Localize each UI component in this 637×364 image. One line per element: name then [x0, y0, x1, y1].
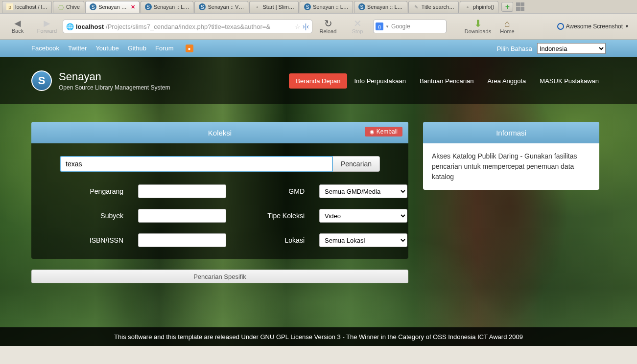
nav-beranda[interactable]: Beranda Depan	[289, 73, 347, 89]
label-subyek: Subyek	[60, 212, 123, 220]
globe-icon: 🌐	[66, 23, 74, 30]
label-tipe: Tipe Koleksi	[241, 212, 305, 220]
link-youtube[interactable]: Youtube	[95, 45, 118, 52]
back-arrow-icon: ◄	[12, 19, 23, 28]
url-host: localhost	[76, 23, 104, 30]
tab-groups-button[interactable]	[516, 2, 525, 11]
browser-tab[interactable]: ✎Title search…	[408, 1, 459, 13]
select-tipe[interactable]: Video	[319, 209, 407, 223]
favicon-icon: ✎	[413, 3, 420, 10]
close-icon[interactable]: ✕	[131, 4, 135, 10]
browser-toolbar: ◄Back ►Forward 🌐 localhost /Projects/sli…	[0, 14, 637, 39]
informasi-title: Informasi	[496, 129, 526, 137]
nav-anggota[interactable]: Area Anggota	[481, 73, 533, 89]
search-input[interactable]	[60, 156, 333, 172]
new-tab-button[interactable]: +	[501, 2, 513, 12]
stop-button: ✕Stop	[344, 19, 371, 34]
forward-button[interactable]: ►Forward	[33, 19, 61, 34]
nav-bantuan[interactable]: Bantuan Pencarian	[413, 73, 481, 89]
nav-masuk[interactable]: MASUK Pustakawan	[533, 73, 606, 89]
favicon-icon: S	[304, 3, 311, 10]
informasi-body: Akses Katalog Publik Daring - Gunakan fa…	[423, 143, 599, 190]
favicon-icon: S	[358, 3, 365, 10]
lens-icon	[557, 23, 564, 30]
language-select[interactable]: Indonesia	[537, 43, 606, 54]
rss-icon[interactable]: ●	[186, 45, 193, 52]
footer: This software and this template are rele…	[0, 327, 637, 346]
browser-tab[interactable]: SSenayan :: L…	[300, 1, 353, 13]
pencarian-spesifik-button[interactable]: Pencarian Spesifik	[31, 270, 408, 283]
link-github[interactable]: Github	[128, 45, 146, 52]
tab-bar: plocalhost / l… ◯Chive SSenayan …✕ SSena…	[0, 0, 637, 14]
address-bar[interactable]: 🌐 localhost /Projects/slims7_cendana/ind…	[63, 20, 312, 33]
favicon-icon: ▫	[254, 3, 260, 10]
favicon-icon: p	[6, 3, 13, 10]
browser-tab[interactable]: ▫Start | Slim…	[249, 1, 299, 13]
brand-title: Senayan	[59, 70, 170, 83]
favicon-icon: S	[90, 3, 96, 10]
reload-button[interactable]: ↻Reload	[314, 19, 342, 34]
home-button[interactable]: ⌂Home	[494, 19, 521, 34]
favicon-icon: S	[145, 3, 152, 10]
favicon-icon: ◯	[57, 3, 64, 10]
reload-icon: ↻	[324, 19, 332, 28]
select-lokasi[interactable]: Semua Lokasi	[319, 233, 407, 247]
informasi-panel: Informasi Akses Katalog Publik Daring - …	[423, 122, 599, 283]
google-icon: g	[376, 23, 383, 30]
top-bar: Facebook Twitter Youtube Github Forum ● …	[0, 40, 637, 57]
browser-tab-active[interactable]: SSenayan …✕	[85, 1, 139, 13]
kembali-button[interactable]: ◉ Kembali	[365, 127, 402, 136]
pencarian-button[interactable]: Pencarian	[333, 156, 380, 172]
chevron-down-icon: ▼	[625, 24, 629, 29]
awesome-screenshot-button[interactable]: Awesome Screenshot▼	[553, 21, 633, 32]
brand-subtitle: Open Source Library Management System	[59, 84, 170, 91]
input-pengarang[interactable]	[138, 184, 226, 198]
label-pengarang: Pengarang	[60, 187, 123, 195]
label-gmd: GMD	[241, 187, 305, 195]
koleksi-body: Pencarian Pengarang GMD Semua GMD/Media …	[31, 143, 408, 259]
favicon-icon: ▫	[464, 3, 471, 10]
social-links: Facebook Twitter Youtube Github Forum ●	[31, 45, 193, 52]
header: S Senayan Open Source Library Management…	[0, 57, 637, 104]
forward-arrow-icon: ►	[42, 19, 52, 28]
link-forum[interactable]: Forum	[155, 45, 174, 52]
browser-tab[interactable]: plocalhost / l…	[2, 1, 52, 13]
browser-tab[interactable]: SSenayan :: V…	[194, 1, 248, 13]
favicon-icon: S	[199, 3, 206, 10]
dropdown-icon[interactable]: ▼	[385, 24, 389, 29]
input-subyek[interactable]	[138, 209, 226, 223]
browser-tab[interactable]: SSenayan :: L…	[354, 1, 407, 13]
bookmark-icon[interactable]: ☆	[295, 23, 301, 30]
input-isbn[interactable]	[138, 233, 226, 247]
koleksi-panel: Koleksi ◉ Kembali Pencarian Pengarang GM…	[31, 122, 408, 283]
browser-chrome: plocalhost / l… ◯Chive SSenayan …✕ SSena…	[0, 0, 637, 40]
search-box[interactable]: g ▼ Google	[373, 20, 447, 33]
logo-icon: S	[31, 70, 52, 91]
main-nav: Beranda Depan Info Perpustakaan Bantuan …	[289, 73, 606, 89]
label-isbn: ISBN/ISSN	[60, 236, 123, 244]
download-icon: ⬇	[474, 19, 482, 28]
reader-icon[interactable]: ›|‹	[303, 23, 309, 30]
brand: Senayan Open Source Library Management S…	[59, 70, 170, 91]
language-label: Pilih Bahasa	[497, 45, 532, 52]
downloads-button[interactable]: ⬇Downloads	[464, 19, 492, 34]
informasi-header: Informasi	[423, 122, 599, 143]
url-path: /Projects/slims7_cendana/index.php?title…	[106, 23, 293, 30]
hero-section: S Senayan Open Source Library Management…	[0, 57, 637, 346]
nav-info[interactable]: Info Perpustakaan	[347, 73, 413, 89]
link-facebook[interactable]: Facebook	[31, 45, 59, 52]
home-icon: ⌂	[504, 19, 510, 28]
link-twitter[interactable]: Twitter	[68, 45, 87, 52]
koleksi-title: Koleksi	[208, 129, 232, 137]
back-button[interactable]: ◄Back	[4, 19, 31, 34]
browser-tab[interactable]: ▫phpinfo()	[460, 1, 498, 13]
select-gmd[interactable]: Semua GMD/Media	[319, 184, 407, 198]
label-lokasi: Lokasi	[241, 236, 305, 244]
browser-tab[interactable]: SSenayan :: L…	[141, 1, 194, 13]
page-content: Facebook Twitter Youtube Github Forum ● …	[0, 40, 637, 364]
stop-icon: ✕	[354, 19, 362, 28]
back-circle-icon: ◉	[370, 129, 375, 135]
koleksi-header: Koleksi ◉ Kembali	[31, 122, 408, 143]
browser-tab[interactable]: ◯Chive	[53, 1, 84, 13]
